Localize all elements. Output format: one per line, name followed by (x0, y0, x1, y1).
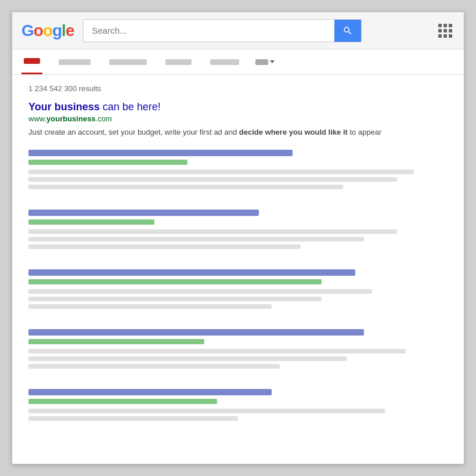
logo-letter-o2: o (43, 21, 52, 40)
grid-dot (449, 29, 452, 33)
result-desc-bar (28, 297, 322, 301)
tab-3-bar (109, 59, 147, 65)
ad-desc-bold: decide where you would like it (239, 128, 348, 136)
search-icon (342, 26, 353, 36)
tab-all-bar (24, 58, 40, 64)
result-desc-bar (28, 229, 397, 234)
logo-letter-g2: g (52, 21, 62, 40)
result-title-bar (28, 269, 355, 276)
result-desc-bar (28, 356, 347, 361)
tab-4[interactable] (163, 49, 194, 74)
result-desc-bar (28, 244, 301, 249)
tab-3[interactable] (107, 49, 149, 74)
main-content: 1 234 542 300 results Your business can … (12, 75, 464, 464)
tab-2-bar (59, 59, 91, 65)
ad-description: Just create an account, set your budget,… (28, 127, 448, 138)
ad-section: Your business can be here! www.yourbusin… (28, 101, 448, 138)
grid-dot (443, 34, 447, 38)
result-url-bar (28, 339, 204, 344)
result-desc-bar (28, 364, 280, 369)
more-dropdown[interactable] (255, 59, 275, 65)
ad-title-rest: can be here! (100, 101, 161, 113)
ad-title: Your business can be here! (28, 101, 448, 113)
grid-dot (438, 24, 442, 27)
ad-url-bold: yourbusiness (46, 114, 96, 123)
logo-letter-o1: o (34, 21, 43, 40)
tab-5[interactable] (208, 49, 241, 74)
grid-dot (443, 29, 447, 33)
ad-title-bold: Your business (28, 101, 100, 113)
ad-url: www.yourbusiness.com (28, 114, 448, 123)
results-list (28, 150, 448, 428)
grid-dot (438, 34, 442, 38)
chevron-down-icon (270, 60, 275, 63)
result-url-bar (28, 279, 322, 284)
results-count: 1 234 542 300 results (28, 84, 448, 93)
result-desc-bar (28, 177, 397, 182)
result-item (28, 269, 448, 316)
ad-url-normal: www. (28, 114, 46, 123)
ad-desc-end: to appear (348, 128, 382, 136)
logo-letter-l: l (62, 21, 66, 40)
result-desc-bar (28, 304, 272, 309)
google-logo: Google (21, 21, 74, 40)
result-url-bar (28, 160, 187, 165)
more-bar (255, 59, 268, 65)
nav-tabs (12, 49, 464, 75)
result-desc-bar (28, 185, 343, 189)
result-item (28, 329, 448, 376)
result-item (28, 150, 448, 197)
tab-all[interactable] (21, 49, 42, 74)
search-button[interactable] (334, 20, 361, 42)
grid-dot (438, 29, 442, 33)
result-desc-bar (28, 416, 238, 421)
result-title-bar (28, 150, 293, 156)
header: Google (12, 12, 464, 49)
ad-url-end: .com (96, 114, 112, 123)
grid-dot (443, 24, 447, 27)
browser-window: Google (12, 12, 464, 464)
search-bar (83, 19, 362, 42)
result-title-bar (28, 329, 364, 336)
tab-5-bar (210, 59, 239, 65)
result-desc-bar (28, 170, 414, 174)
result-url-bar (28, 399, 217, 404)
result-title-bar (28, 389, 272, 395)
tab-4-bar (165, 59, 192, 65)
grid-dot (449, 24, 452, 27)
search-input[interactable] (84, 20, 334, 41)
result-title-bar (28, 210, 259, 216)
logo-letter-g: G (21, 21, 34, 40)
result-desc-bar (28, 237, 364, 241)
ad-desc-text: Just create an account, set your budget,… (28, 128, 239, 136)
logo-letter-e: e (66, 21, 74, 40)
result-item (28, 210, 448, 257)
result-url-bar (28, 219, 154, 225)
result-desc-bar (28, 289, 372, 294)
tab-2[interactable] (56, 49, 93, 74)
result-desc-bar (28, 409, 385, 413)
grid-dot (449, 34, 452, 38)
result-desc-bar (28, 349, 406, 354)
google-apps-icon[interactable] (436, 21, 455, 40)
result-item (28, 389, 448, 428)
